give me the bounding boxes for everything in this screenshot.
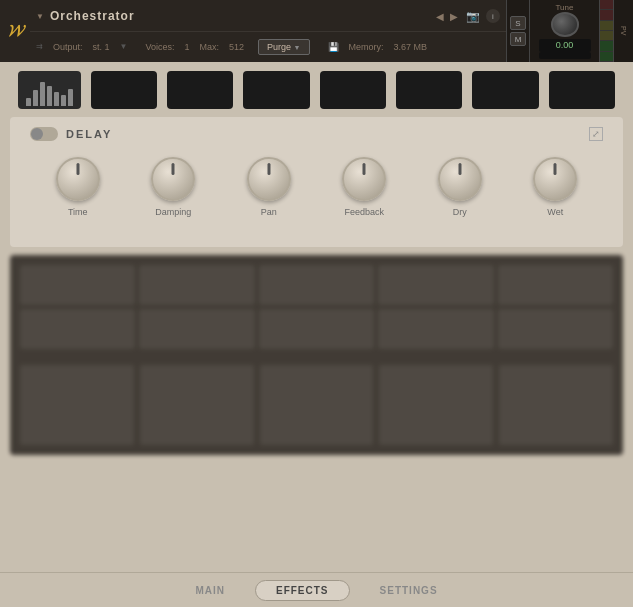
feedback-label: Feedback xyxy=(344,207,384,217)
knobs-row: Time Damping Pan Feedback Dry Wet xyxy=(30,157,603,217)
memory-value: 3.67 MB xyxy=(394,42,428,52)
purge-button[interactable]: Purge ▼ xyxy=(258,39,309,55)
tab-effects[interactable]: EFFECTS xyxy=(255,580,350,601)
lower-block-5 xyxy=(498,265,613,305)
info-icon: i xyxy=(492,12,494,21)
lower-block-8 xyxy=(259,309,374,349)
dry-label: Dry xyxy=(453,207,467,217)
meter-seg-yellow2 xyxy=(600,31,613,41)
feedback-knob[interactable] xyxy=(342,157,386,201)
header-row1: ▼ Orchestrator ◀ ▶ 📷 i xyxy=(30,1,506,31)
lower-slider-4 xyxy=(379,365,493,445)
tune-value-display: 0.00 xyxy=(539,39,591,53)
bar1 xyxy=(26,98,31,106)
preset-button-3[interactable] xyxy=(243,71,309,109)
output-label: Output: xyxy=(53,42,83,52)
instrument-name: Orchestrator xyxy=(50,9,430,23)
lower-section xyxy=(10,255,623,455)
preset-row xyxy=(0,62,633,117)
purge-label: Purge xyxy=(267,42,291,52)
lower-block-7 xyxy=(139,309,254,349)
header-row2: ⇉ Output: st. 1 ▼ Voices: 1 Max: 512 Pur… xyxy=(30,31,506,61)
wet-knob[interactable] xyxy=(533,157,577,201)
purge-dropdown[interactable]: ▼ xyxy=(294,44,301,51)
meter-seg-red2 xyxy=(600,10,613,20)
lower-grid xyxy=(10,255,623,359)
pan-label: Pan xyxy=(261,207,277,217)
bottom-tabs: MAIN EFFECTS SETTINGS xyxy=(0,572,633,607)
knob-group-dry: Dry xyxy=(438,157,482,217)
preset-button-5[interactable] xyxy=(396,71,462,109)
delay-header: DELAY ⤢ xyxy=(30,127,603,141)
knob-group-wet: Wet xyxy=(533,157,577,217)
tab-main[interactable]: MAIN xyxy=(165,579,255,602)
tab-settings[interactable]: SETTINGS xyxy=(350,579,468,602)
meter-seg-yellow xyxy=(600,21,613,31)
voices-label: Voices: xyxy=(145,42,174,52)
tune-label: Tune xyxy=(556,3,574,12)
lower-block-10 xyxy=(498,309,613,349)
output-value: st. 1 xyxy=(93,42,110,52)
lower-slider-1 xyxy=(20,365,134,445)
logo-box: 𝓦 xyxy=(0,0,30,62)
lower-block-1 xyxy=(20,265,135,305)
output-dropdown[interactable]: ▼ xyxy=(120,42,128,51)
delay-section: DELAY ⤢ Time Damping Pan Feedback Dry xyxy=(10,117,623,247)
delay-toggle[interactable] xyxy=(30,127,58,141)
damping-label: Damping xyxy=(155,207,191,217)
tune-meter xyxy=(539,52,591,59)
preset-button-1[interactable] xyxy=(91,71,157,109)
max-value: 512 xyxy=(229,42,244,52)
next-arrow[interactable]: ▶ xyxy=(450,11,458,22)
s-button[interactable]: S xyxy=(510,16,526,30)
delay-label: DELAY xyxy=(66,128,112,140)
sm-column: S M xyxy=(506,0,529,62)
preset-button-2[interactable] xyxy=(167,71,233,109)
preset-button-6[interactable] xyxy=(472,71,538,109)
lower-slider-3 xyxy=(260,365,374,445)
pv-button[interactable]: PV xyxy=(613,0,633,62)
dropdown-icon[interactable]: ▼ xyxy=(36,12,44,21)
lower-block-9 xyxy=(378,309,493,349)
dry-knob[interactable] xyxy=(438,157,482,201)
bar7 xyxy=(68,89,73,106)
bars-preset-button[interactable] xyxy=(18,71,81,109)
logo-icon: 𝓦 xyxy=(7,22,23,40)
bar5 xyxy=(54,92,59,106)
time-label: Time xyxy=(68,207,88,217)
damping-knob[interactable] xyxy=(151,157,195,201)
level-meter xyxy=(599,0,613,62)
expand-icon: ⤢ xyxy=(592,129,600,139)
memory-label: Memory: xyxy=(349,42,384,52)
lower-knobs xyxy=(10,451,623,455)
pan-knob[interactable] xyxy=(247,157,291,201)
delay-expand-button[interactable]: ⤢ xyxy=(589,127,603,141)
knob-group-time: Time xyxy=(56,157,100,217)
camera-icon[interactable]: 📷 xyxy=(466,10,480,23)
preset-button-4[interactable] xyxy=(320,71,386,109)
bar4 xyxy=(47,86,52,106)
lower-block-3 xyxy=(259,265,374,305)
prev-arrow[interactable]: ◀ xyxy=(436,11,444,22)
lower-block-4 xyxy=(378,265,493,305)
preset-button-7[interactable] xyxy=(549,71,615,109)
header-middle: ▼ Orchestrator ◀ ▶ 📷 i ⇉ Output: st. 1 ▼… xyxy=(30,0,506,62)
wet-label: Wet xyxy=(547,207,563,217)
voices-value: 1 xyxy=(185,42,190,52)
info-button[interactable]: i xyxy=(486,9,500,23)
meter-seg-green xyxy=(600,41,613,51)
knob-group-feedback: Feedback xyxy=(342,157,386,217)
output-icon: ⇉ xyxy=(36,42,43,51)
time-knob[interactable] xyxy=(56,157,100,201)
lower-slider-2 xyxy=(140,365,254,445)
max-label: Max: xyxy=(200,42,220,52)
tune-section: Tune 0.00 xyxy=(529,0,599,62)
right-panel: S M Tune 0.00 PV xyxy=(506,0,633,62)
lower-slider-5 xyxy=(499,365,613,445)
meter-seg-red xyxy=(600,0,613,10)
lower-sliders xyxy=(10,359,623,451)
lower-block-2 xyxy=(139,265,254,305)
m-button[interactable]: M xyxy=(510,32,526,46)
tune-knob[interactable] xyxy=(551,12,579,37)
delay-toggle-dot xyxy=(31,128,43,140)
